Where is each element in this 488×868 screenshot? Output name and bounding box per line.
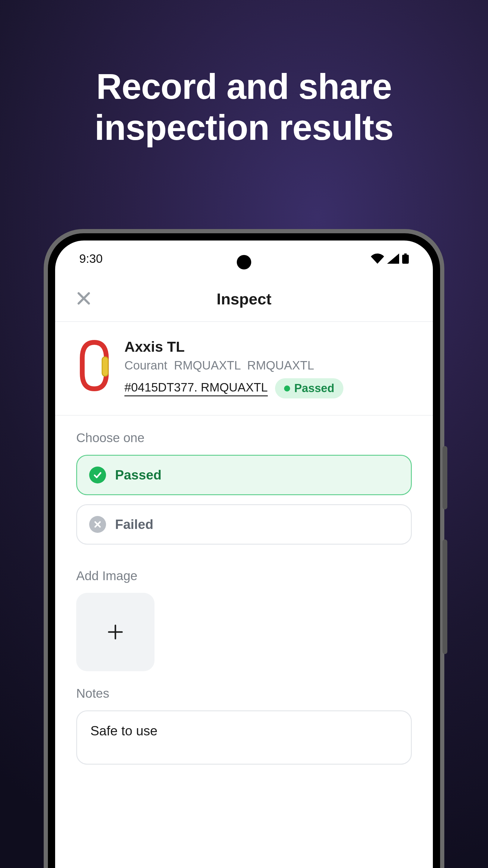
phone-side-button xyxy=(443,539,447,654)
choose-label: Choose one xyxy=(76,431,412,445)
choose-section: Choose one Passed Failed xyxy=(55,415,433,545)
camera-hole xyxy=(237,255,251,270)
add-image-label: Add Image xyxy=(76,569,412,583)
wifi-icon xyxy=(371,253,384,264)
hero-headline: Record and share inspection results xyxy=(0,66,488,148)
svg-rect-2 xyxy=(102,357,108,376)
close-button[interactable] xyxy=(76,291,91,307)
item-brand: Courant xyxy=(124,359,167,372)
carabiner-icon xyxy=(79,340,109,391)
option-passed-label: Passed xyxy=(115,467,161,483)
notes-input[interactable]: Safe to use xyxy=(76,710,412,765)
status-time: 9:30 xyxy=(79,252,103,266)
item-name: Axxis TL xyxy=(124,338,412,355)
status-label: Passed xyxy=(294,382,334,395)
close-icon xyxy=(76,291,91,306)
app-screen: 9:30 Inspect xyxy=(55,241,433,868)
svg-rect-0 xyxy=(404,253,407,255)
notes-value: Safe to use xyxy=(90,723,158,738)
item-code-1: RMQUAXTL xyxy=(174,359,241,372)
status-dot-icon xyxy=(284,385,290,392)
status-icons xyxy=(371,253,409,264)
item-code-2: RMQUAXTL xyxy=(247,359,314,372)
item-subtitle: Courant RMQUAXTL RMQUAXTL xyxy=(124,359,412,372)
add-image-button[interactable] xyxy=(76,593,155,671)
item-serial[interactable]: #0415DT377. RMQUAXTL xyxy=(124,381,268,396)
x-circle-icon xyxy=(89,516,106,533)
item-summary: Axxis TL Courant RMQUAXTL RMQUAXTL #0415… xyxy=(55,322,433,415)
page-title: Inspect xyxy=(217,290,271,308)
svg-rect-1 xyxy=(402,255,409,264)
option-passed[interactable]: Passed xyxy=(76,455,412,495)
notes-label: Notes xyxy=(76,686,412,701)
hero-line-1: Record and share xyxy=(0,66,488,107)
status-badge: Passed xyxy=(275,378,344,398)
add-image-section: Add Image xyxy=(55,554,433,671)
item-thumbnail xyxy=(76,338,112,393)
phone-frame: 9:30 Inspect xyxy=(44,229,444,868)
battery-icon xyxy=(402,253,409,264)
option-failed-label: Failed xyxy=(115,517,153,532)
notes-section: Notes Safe to use xyxy=(55,671,433,765)
option-failed[interactable]: Failed xyxy=(76,504,412,545)
plus-icon xyxy=(107,624,124,641)
cell-signal-icon xyxy=(387,253,399,264)
check-circle-icon xyxy=(89,467,106,484)
phone-side-button xyxy=(443,446,447,509)
hero-line-2: inspection results xyxy=(0,107,488,148)
app-header: Inspect xyxy=(55,277,433,322)
